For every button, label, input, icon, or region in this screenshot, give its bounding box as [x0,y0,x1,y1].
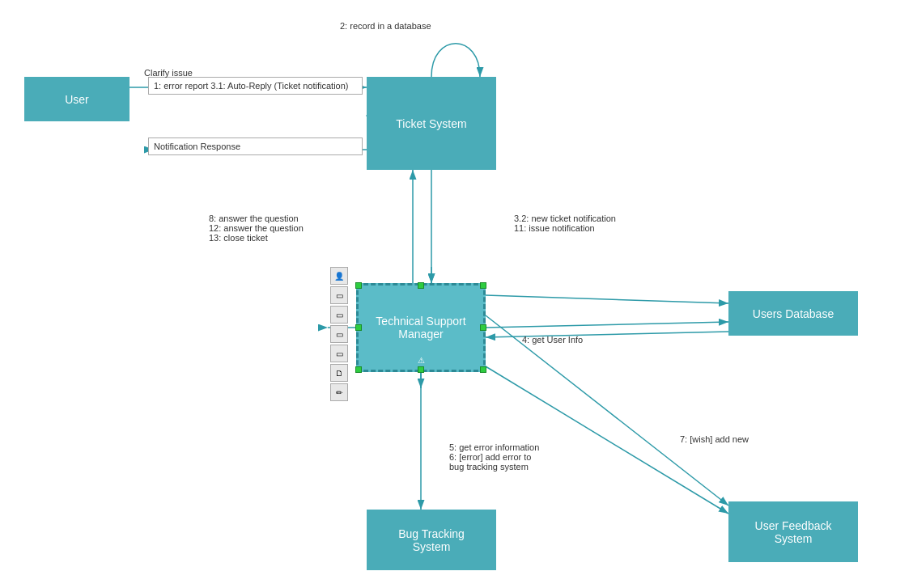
user-feedback-label: User Feedback System [755,519,832,545]
ticket-system-label: Ticket System [396,117,466,130]
note-box-user-messages: 1: error report 3.1: Auto-Reply (Ticket … [148,77,363,95]
clarify-issue-label: Clarify issue [144,58,193,78]
toolbar-btn-rect1[interactable]: ▭ [330,286,348,304]
technical-support-node[interactable]: Technical Support Manager ⚠ [356,283,486,372]
bug-tracking-node[interactable]: Bug Tracking System [367,510,496,570]
technical-support-label: Technical Support Manager [376,315,465,341]
svg-line-9 [486,295,728,303]
new-ticket-issue-label: 3.2: new ticket notification 11: issue n… [514,204,616,233]
toolbar-btn-pen[interactable]: ✏ [330,383,348,401]
ticket-system-node[interactable]: Ticket System [367,77,496,170]
toolbar-btn-rect2[interactable]: ▭ [330,306,348,324]
note-text-notification: Notification Response [154,142,240,151]
user-node[interactable]: User [24,77,130,121]
toolbar-btn-page[interactable]: 🗋 [330,364,348,382]
note-text-error-report: 1: error report 3.1: Auto-Reply (Ticket … [154,81,348,91]
diagram-canvas: 1: error report 3.1: Auto-Reply (Ticket … [0,0,913,588]
record-db-label: 2: record in a database [340,11,431,31]
bug-tracking-label: Bug Tracking System [398,527,465,553]
get-error-info-label: 5: get error information 6: [error] add … [449,433,539,472]
toolbar-btn-rect4[interactable]: ▭ [330,345,348,362]
toolbar-btn-rect3[interactable]: ▭ [330,325,348,343]
answer-close-label: 8: answer the question 12: answer the qu… [209,204,304,243]
user-feedback-node[interactable]: User Feedback System [728,501,858,562]
note-box-notification: Notification Response [148,137,363,155]
toolbar-vertical: 👤 ▭ ▭ ▭ ▭ 🗋 ✏ [330,267,348,401]
toolbar-btn-person[interactable]: 👤 [330,267,348,285]
users-database-label: Users Database [753,307,834,320]
wish-add-new-label: 7: [wish] add new [680,425,749,444]
user-label: User [65,93,89,106]
get-user-info-label: 4: get User Info [522,325,583,345]
users-database-node[interactable]: Users Database [728,291,858,336]
